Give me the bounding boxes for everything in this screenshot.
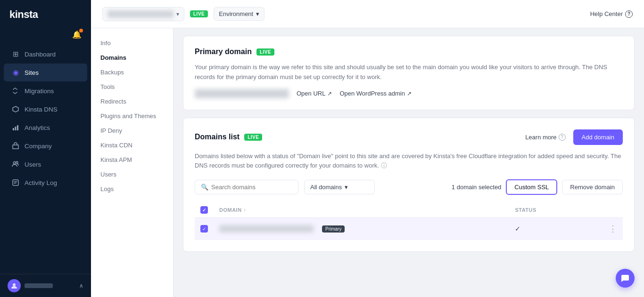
live-badge: LIVE [190, 10, 208, 17]
sidebar-item-activity-log[interactable]: Activity Log [4, 174, 87, 192]
subnav: Info Domains Backups Tools Redirects Plu… [91, 28, 173, 297]
question-circle-icon: ? [559, 134, 566, 141]
sidebar: kinsta 🔔 ⊞ Dashboard ◉ Sites Migrations [0, 0, 91, 297]
filter-label: All domains [310, 184, 342, 191]
help-center-label: Help Center [590, 10, 623, 17]
toolbar-right: 1 domain selected Custom SSL Remove doma… [452, 179, 623, 195]
subnav-item-kinsta-apm[interactable]: Kinsta APM [91, 153, 173, 167]
subnav-item-domains[interactable]: Domains [91, 50, 173, 65]
activity-log-icon [11, 178, 20, 187]
svg-rect-7 [13, 180, 18, 185]
help-center-button[interactable]: Help Center ? [590, 10, 633, 18]
primary-domain-card: Primary domain LIVE Your primary domain … [183, 36, 635, 110]
search-icon: 🔍 [201, 184, 208, 191]
subnav-item-info[interactable]: Info [91, 36, 173, 50]
logo-area: kinsta [0, 0, 91, 27]
subnav-item-logs[interactable]: Logs [91, 182, 173, 196]
table-header: ✓ DOMAIN ↑ STATUS [195, 202, 623, 218]
chat-icon [620, 273, 630, 283]
svg-point-6 [16, 161, 18, 163]
sidebar-item-kinsta-dns[interactable]: Kinsta DNS [4, 100, 87, 118]
sidebar-item-migrations[interactable]: Migrations [4, 82, 87, 100]
domains-list-title: Domains list [195, 133, 239, 141]
domains-list-live-badge: LIVE [244, 134, 262, 141]
logo: kinsta [9, 8, 38, 21]
bell-icon[interactable]: 🔔 [72, 30, 82, 39]
subnav-item-tools[interactable]: Tools [91, 80, 173, 94]
chevron-down-icon: ▾ [176, 11, 179, 17]
sidebar-item-users[interactable]: Users [4, 155, 87, 173]
sidebar-item-company[interactable]: Company [4, 137, 87, 155]
subnav-item-plugins-themes[interactable]: Plugins and Themes [91, 109, 173, 123]
open-wp-admin-button[interactable]: Open WordPress admin ↗ [339, 90, 412, 97]
site-selector[interactable]: ▾ [102, 7, 184, 21]
sidebar-nav: ⊞ Dashboard ◉ Sites Migrations Kinsta DN… [0, 43, 91, 274]
company-icon [11, 142, 20, 150]
sidebar-item-label: Kinsta DNS [25, 106, 58, 113]
analytics-icon [11, 123, 20, 132]
primary-domain-description: Your primary domain is the way we refer … [195, 63, 623, 82]
select-all-checkbox[interactable]: ✓ [200, 206, 208, 214]
subnav-item-users[interactable]: Users [91, 167, 173, 182]
table-body: ✓ Primary ✓ [195, 218, 623, 240]
row-checkbox[interactable]: ✓ [200, 225, 208, 233]
primary-domain-header: Primary domain LIVE [195, 48, 623, 56]
chevron-up-icon[interactable]: ∧ [79, 282, 83, 289]
primary-domain-live-badge: LIVE [256, 48, 274, 56]
primary-domain-title: Primary domain [195, 48, 252, 56]
sidebar-item-sites[interactable]: ◉ Sites [4, 64, 87, 81]
domain-column-header[interactable]: DOMAIN ↑ [214, 202, 509, 218]
svg-point-5 [14, 162, 16, 164]
filter-dropdown[interactable]: All domains ▾ [304, 180, 375, 194]
notifications-area: 🔔 [0, 27, 91, 43]
learn-more-label: Learn more [525, 134, 556, 141]
add-domain-button[interactable]: Add domain [573, 129, 623, 145]
subnav-item-kinsta-cdn[interactable]: Kinsta CDN [91, 138, 173, 153]
page-content: Primary domain LIVE Your primary domain … [173, 28, 644, 297]
topbar-right: Help Center ? [590, 10, 633, 18]
search-input[interactable] [211, 184, 292, 191]
svg-rect-1 [13, 128, 14, 130]
environment-label: Environment [219, 10, 253, 17]
remove-domain-button[interactable]: Remove domain [562, 180, 623, 194]
dashboard-icon: ⊞ [11, 50, 20, 58]
environment-selector[interactable]: Environment ▾ [214, 7, 264, 21]
open-url-label: Open URL [297, 90, 325, 97]
svg-rect-2 [15, 127, 17, 130]
chat-button[interactable] [616, 269, 635, 288]
domains-table: ✓ DOMAIN ↑ STATUS ✓ [195, 202, 623, 240]
notification-badge [79, 29, 83, 32]
sidebar-item-label: Activity Log [25, 179, 57, 186]
status-checkmark: ✓ [515, 225, 520, 233]
users-icon [11, 160, 20, 169]
info-icon[interactable]: ⓘ [381, 162, 387, 169]
row-actions-menu[interactable]: ⋮ [609, 224, 617, 233]
selected-count: 1 domain selected [452, 184, 502, 191]
open-url-button[interactable]: Open URL ↗ [297, 90, 332, 97]
domain-name-blur [195, 89, 289, 98]
custom-ssl-button[interactable]: Custom SSL [506, 179, 557, 195]
sidebar-user[interactable] [8, 279, 53, 292]
subnav-item-backups[interactable]: Backups [91, 65, 173, 80]
sidebar-item-label: Users [25, 161, 41, 168]
learn-more-button[interactable]: Learn more ? [525, 134, 565, 141]
table-row: ✓ Primary ✓ [195, 218, 623, 240]
sidebar-item-label: Dashboard [25, 51, 56, 58]
filter-chevron-icon: ▾ [345, 184, 348, 191]
svg-rect-3 [17, 125, 18, 130]
content-area: Info Domains Backups Tools Redirects Plu… [91, 28, 644, 297]
domains-list-description: Domains listed below with a status of "D… [195, 152, 623, 171]
sidebar-item-dashboard[interactable]: ⊞ Dashboard [4, 45, 87, 63]
domains-list-title-area: Domains list LIVE [195, 133, 262, 141]
domains-toolbar: 🔍 All domains ▾ 1 domain selected Custom… [195, 179, 623, 195]
domain-url-bar: Open URL ↗ Open WordPress admin ↗ [195, 89, 623, 98]
domains-list-header: Domains list LIVE Learn more ? Add domai… [195, 129, 623, 145]
search-box[interactable]: 🔍 [195, 180, 298, 194]
help-circle-icon: ? [625, 10, 633, 18]
sidebar-bottom: ∧ [0, 274, 91, 297]
sidebar-item-analytics[interactable]: Analytics [4, 119, 87, 136]
main-area: ▾ LIVE Environment ▾ Help Center ? Info … [91, 0, 644, 297]
open-wp-admin-label: Open WordPress admin [339, 90, 405, 97]
subnav-item-redirects[interactable]: Redirects [91, 94, 173, 109]
subnav-item-ip-deny[interactable]: IP Deny [91, 123, 173, 138]
